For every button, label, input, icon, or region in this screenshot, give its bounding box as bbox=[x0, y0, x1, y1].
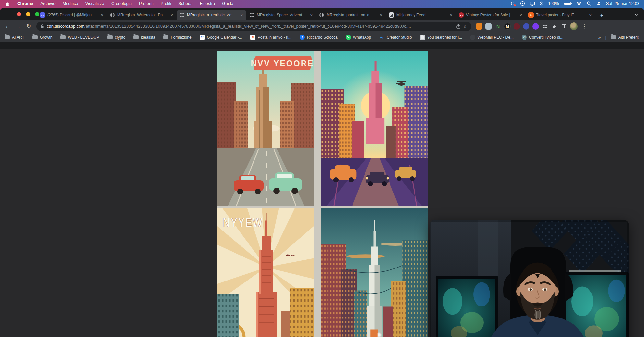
close-tab-icon[interactable]: × bbox=[240, 13, 243, 18]
minimize-window-button[interactable] bbox=[26, 12, 30, 16]
bookmarks-overflow-chevron[interactable]: » bbox=[598, 35, 601, 40]
converter-icon: ⟳ bbox=[522, 35, 527, 40]
bookmark-idealista[interactable]: idealista bbox=[133, 35, 155, 40]
discord-favicon bbox=[40, 12, 45, 18]
ext-m-icon[interactable]: M bbox=[504, 23, 511, 30]
menu-dots-icon[interactable]: ⋮ bbox=[581, 23, 588, 29]
profile-avatar[interactable] bbox=[570, 22, 578, 30]
midjourney-image-grid[interactable]: NVV YEOORE bbox=[217, 51, 428, 337]
tab-watercolor[interactable]: MRregista_Watercolor_Pa × bbox=[107, 10, 177, 20]
menubar-clock[interactable]: Sab 25 mar 12:08 bbox=[606, 1, 639, 6]
ext-blue-icon[interactable] bbox=[523, 23, 529, 30]
ext-metamask-icon[interactable] bbox=[476, 23, 482, 30]
menu-modifica[interactable]: Modifica bbox=[62, 1, 78, 6]
bookmark-google-calendar[interactable]: 31Google Calendar -... bbox=[200, 35, 242, 40]
new-tab-button[interactable]: + bbox=[597, 11, 606, 20]
bookmark-label: Creator Studio bbox=[387, 35, 412, 40]
keyboard-icon[interactable] bbox=[542, 23, 548, 30]
tab-midjourney-feed[interactable]: Midjourney Feed × bbox=[386, 10, 456, 20]
bookmark-creator-studio[interactable]: ∞Creator Studio bbox=[379, 35, 412, 40]
close-tab-icon[interactable]: × bbox=[449, 13, 453, 18]
ext-maroon-icon[interactable] bbox=[514, 23, 520, 30]
vintage-favicon bbox=[459, 12, 464, 18]
poster-nyyew-sunburst: NYYEW bbox=[217, 208, 314, 337]
tab-discord[interactable]: (2765) Discord | @Midjou × bbox=[37, 10, 107, 20]
midjourney-favicon bbox=[389, 12, 394, 18]
close-tab-icon[interactable]: × bbox=[170, 13, 174, 18]
display-icon[interactable] bbox=[530, 1, 535, 6]
folder-icon bbox=[163, 35, 168, 39]
poster-sunset-street bbox=[321, 51, 428, 206]
bookmark-formazione[interactable]: Formazione bbox=[163, 35, 191, 40]
etsy-favicon: E bbox=[528, 12, 534, 18]
tab-space-adventure[interactable]: MRregista_Space_Advent × bbox=[246, 10, 316, 20]
menu-guida[interactable]: Guida bbox=[222, 1, 233, 6]
tab-realistic-view-active[interactable]: MRregista_a_realistic_vie × bbox=[177, 10, 246, 20]
bookmark-label: idealista bbox=[141, 35, 155, 40]
tab-search-chevron-icon[interactable] bbox=[634, 11, 638, 17]
tab-vintage-posters[interactable]: Vintage Posters for Sale | × bbox=[456, 10, 526, 20]
record-icon[interactable] bbox=[520, 1, 525, 6]
poster-retro-new-york: NVV YEOORE bbox=[217, 51, 314, 206]
user-switch-icon[interactable] bbox=[596, 1, 601, 6]
wifi-icon[interactable] bbox=[576, 1, 582, 6]
reload-button[interactable]: ↻ bbox=[24, 22, 33, 31]
bookmark-facebook-profile[interactable]: fRiccardo Scrocca bbox=[300, 35, 338, 40]
tab-portrait[interactable]: MRregista_portrait_on_a × bbox=[316, 10, 386, 20]
bluetooth-icon[interactable] bbox=[540, 1, 543, 6]
forward-button[interactable]: → bbox=[14, 22, 23, 31]
bookmark-label: Posta in arrivo - ri... bbox=[258, 35, 291, 40]
bookmark-ai-art[interactable]: AI ART bbox=[5, 35, 24, 40]
bookmark-converti-video[interactable]: ⟳Converti i video di... bbox=[522, 35, 563, 40]
close-tab-icon[interactable]: × bbox=[588, 13, 592, 18]
menu-preferiti[interactable]: Preferiti bbox=[139, 1, 154, 6]
menu-chrome[interactable]: Chrome bbox=[17, 1, 33, 6]
bookmark-whatsapp[interactable]: WhatsApp bbox=[346, 35, 371, 40]
folder-icon bbox=[107, 35, 113, 39]
menu-cronologia[interactable]: Cronologia bbox=[111, 1, 132, 6]
menu-scheda[interactable]: Scheda bbox=[178, 1, 192, 6]
apple-menu-icon[interactable] bbox=[5, 1, 10, 6]
ext-green-icon[interactable]: N bbox=[495, 23, 501, 30]
meta-infinity-icon: ∞ bbox=[379, 35, 384, 40]
ext-teal-icon[interactable] bbox=[485, 23, 492, 30]
folder-icon bbox=[133, 35, 139, 39]
battery-percent: 100% bbox=[548, 1, 559, 6]
bookmark-label: Growth bbox=[40, 35, 53, 40]
bookmark-webmail-pec[interactable]: WebMail PEC - De... bbox=[470, 35, 513, 40]
spotlight-icon[interactable] bbox=[587, 1, 591, 6]
menu-visualizza[interactable]: Visualizza bbox=[85, 1, 104, 6]
bookmark-star-icon[interactable]: ☆ bbox=[463, 23, 467, 29]
back-button[interactable]: ← bbox=[3, 22, 12, 31]
facebook-icon: f bbox=[300, 35, 305, 40]
menu-archivio[interactable]: Archivio bbox=[40, 1, 55, 6]
address-bar[interactable]: cdn.discordapp.com/attachments/101351233… bbox=[36, 22, 471, 31]
poster-title-text: NYYEW bbox=[223, 216, 263, 230]
browser-window: (2765) Discord | @Midjou × MRregista_Wat… bbox=[0, 8, 644, 337]
bookmark-you-searched[interactable]: You searched for I... bbox=[420, 35, 462, 40]
sidebar-icon[interactable] bbox=[561, 23, 567, 30]
menu-profili[interactable]: Profili bbox=[161, 1, 171, 6]
globe-favicon bbox=[180, 12, 185, 18]
globe-favicon bbox=[110, 12, 115, 18]
sync-status-icon[interactable] bbox=[510, 1, 515, 6]
close-tab-icon[interactable]: × bbox=[519, 13, 523, 18]
bookmark-altri-preferiti[interactable]: Altri Preferiti bbox=[611, 35, 639, 40]
bookmark-growth[interactable]: Growth bbox=[32, 35, 53, 40]
desktop: Chrome Archivio Modifica Visualizza Cron… bbox=[0, 0, 644, 337]
extensions-puzzle-icon[interactable] bbox=[551, 23, 558, 30]
close-tab-icon[interactable]: × bbox=[379, 13, 383, 18]
whatsapp-icon bbox=[346, 35, 351, 40]
bookmark-gmail-inbox[interactable]: MPosta in arrivo - ri... bbox=[250, 35, 291, 40]
menu-finestra[interactable]: Finestra bbox=[200, 1, 215, 6]
ext-purple-icon[interactable] bbox=[532, 23, 539, 30]
tab-label: MRregista_Space_Advent bbox=[257, 13, 307, 17]
bookmark-crypto[interactable]: crypto bbox=[107, 35, 126, 40]
bookmark-label: AI ART bbox=[12, 35, 24, 40]
bookmark-web-level-up[interactable]: WEB - LEVEL-UP bbox=[60, 35, 99, 40]
share-icon[interactable] bbox=[456, 24, 461, 29]
tab-etsy[interactable]: E Travel poster - Etsy IT × bbox=[526, 10, 595, 20]
close-window-button[interactable] bbox=[17, 12, 21, 16]
close-tab-icon[interactable]: × bbox=[100, 13, 104, 18]
close-tab-icon[interactable]: × bbox=[309, 13, 313, 18]
